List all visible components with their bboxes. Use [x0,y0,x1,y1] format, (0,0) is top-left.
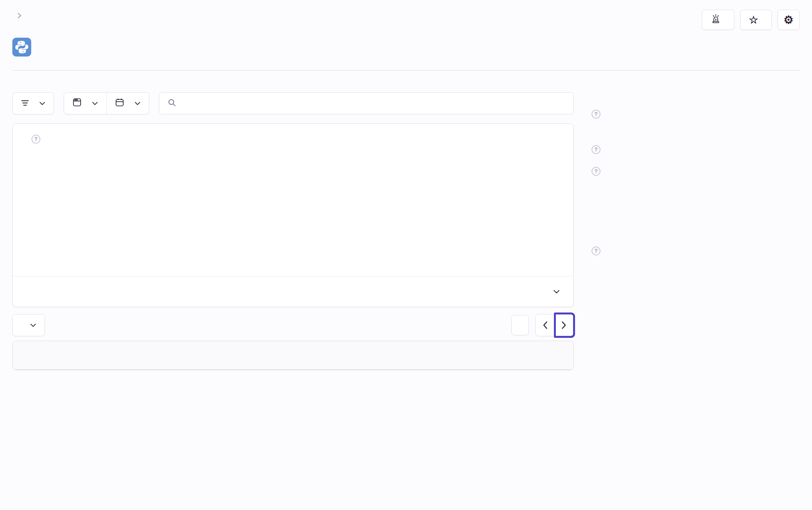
title-row [12,38,800,57]
help-icon[interactable]: ? [591,167,600,176]
python-platform-icon [12,38,31,57]
sidebar: ? ? ? [587,92,794,370]
status-breakdown-section: ? [587,145,794,154]
search-icon [168,98,176,108]
siren-icon [710,13,721,26]
create-alert-button[interactable] [702,10,734,30]
chevron-down-icon [135,102,140,105]
tab-bar [12,70,800,71]
date-range-selector[interactable] [107,93,149,114]
chevron-right-icon [561,321,567,329]
filter-row [12,92,574,114]
previous-page-button[interactable] [536,314,555,336]
filter-lines-icon [21,99,29,108]
help-icon[interactable]: ? [591,110,600,119]
chevron-down-icon [92,102,98,105]
topbar: ☆ ⚙ [12,10,800,30]
pagination [535,314,574,336]
help-icon[interactable]: ? [32,135,40,144]
apdex-section: ? [587,167,794,236]
failure-rate-section: ? [587,246,794,255]
window-icon [72,98,82,109]
star-icon: ☆ [749,14,758,25]
display-row [13,276,573,307]
help-icon[interactable]: ? [591,145,600,154]
search-box[interactable] [159,92,574,114]
chevron-left-icon [543,321,548,329]
user-misery-section: ? [587,110,794,127]
help-icon[interactable]: ? [591,246,600,255]
events-filter-dropdown[interactable] [13,314,45,336]
duration-breakdown-card: ? [12,123,574,307]
next-page-button[interactable] [555,314,573,336]
events-table-header [13,341,573,370]
view-all-events-button[interactable] [511,315,529,335]
calendar-icon [115,98,124,109]
apdex-chart [587,180,794,236]
filter-button[interactable] [13,93,54,114]
events-table [12,341,574,370]
star-for-team-button[interactable]: ☆ [740,10,772,30]
chevron-down-icon [30,324,36,327]
settings-button[interactable]: ⚙ [778,10,800,30]
chevron-down-icon [553,290,560,294]
apdex-sparkline [610,180,791,235]
duration-breakdown-chart[interactable] [52,160,553,255]
top-actions: ☆ ⚙ [702,10,800,30]
environment-selector[interactable] [64,93,106,114]
chevron-right-icon [17,12,22,20]
breadcrumb [12,12,27,20]
search-input[interactable] [182,99,565,108]
main-column: ? [12,92,574,370]
gear-icon: ⚙ [784,14,793,25]
transaction-summary-page: ☆ ⚙ [0,0,812,510]
events-toolbar [12,314,574,336]
chevron-down-icon [39,102,45,105]
